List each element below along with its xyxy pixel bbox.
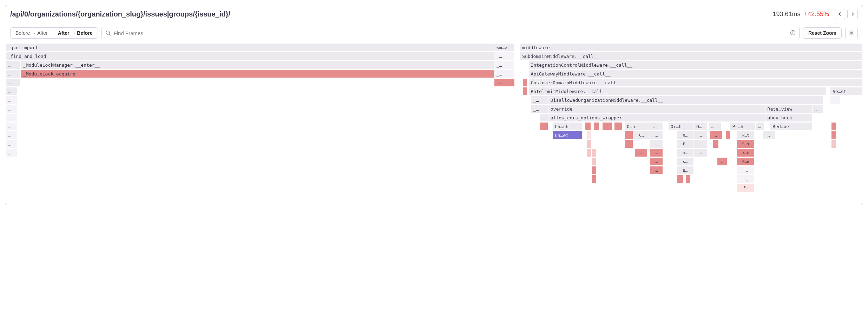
flame-frame[interactable] [677,175,684,183]
flame-frame[interactable] [685,175,690,183]
flame-frame[interactable]: … [5,78,21,87]
info-icon[interactable] [790,30,796,37]
settings-button[interactable] [845,27,858,39]
flame-frame[interactable]: Pr…h [730,122,755,131]
flame-frame[interactable] [602,122,612,131]
flame-frame[interactable]: … [756,122,764,131]
flame-frame[interactable]: S…s [737,140,755,148]
flame-frame[interactable] [713,140,719,148]
flame-frame[interactable]: allow_cors_options_wrapper [548,113,765,122]
flame-frame[interactable]: … [5,87,17,95]
flame-frame[interactable] [831,122,836,131]
flame-frame[interactable]: O… [633,131,650,139]
flame-frame[interactable]: _find_and_load [5,52,494,60]
flame-frame[interactable]: <…> [737,149,755,157]
flame-frame[interactable] [592,157,597,166]
flame-frame[interactable] [592,166,597,174]
flame-frame[interactable]: F… [737,166,755,174]
flame-frame[interactable]: O… [694,122,708,131]
flame-chart[interactable]: _gcd_import <m…> _find_and_load _… … _Mo… [5,43,863,205]
flame-frame[interactable]: … [539,113,548,122]
prev-button[interactable] [835,9,845,19]
flame-frame[interactable]: _… [531,96,548,104]
flame-frame[interactable]: _ModuleLockManager.__enter__ [21,61,494,69]
flame-frame[interactable] [831,140,836,148]
flame-frame[interactable]: … [650,166,663,174]
flame-frame[interactable]: Ch…et [552,131,582,139]
flame-frame[interactable] [522,78,527,87]
flame-frame[interactable]: … [717,157,727,166]
flame-frame[interactable]: middleware [520,43,863,52]
flame-frame[interactable]: _… [494,70,515,78]
flame-frame[interactable] [587,131,592,139]
flame-frame[interactable]: … [694,140,708,148]
flame-frame[interactable]: … [709,131,722,139]
flame-frame[interactable]: P…t [737,131,755,139]
reset-zoom-button[interactable]: Reset Zoom [803,27,842,39]
flame-frame[interactable]: P…e [737,157,755,166]
flame-frame[interactable]: B… [677,166,694,174]
flame-frame[interactable]: DisallowedOrganizationMiddleware.__call_… [548,96,823,104]
flame-frame[interactable] [593,122,599,131]
flame-frame[interactable]: … [812,105,823,113]
flame-frame[interactable] [592,149,597,157]
flame-frame[interactable]: … [5,122,17,131]
flame-frame[interactable]: … [762,131,775,139]
flame-frame[interactable] [539,122,548,131]
flame-frame[interactable]: … [5,61,21,69]
flame-frame[interactable]: abov…heck [765,113,812,122]
flame-frame[interactable]: _gcd_import [5,43,494,52]
flame-frame[interactable] [624,140,633,148]
next-button[interactable] [847,9,858,19]
flame-frame[interactable]: … [650,122,663,131]
flame-frame[interactable]: Rate…view [765,105,812,113]
flame-frame[interactable]: … [650,140,663,148]
flame-frame[interactable]: _ModuleLock.acquire [21,70,494,78]
flame-frame[interactable]: … [650,131,663,139]
flame-frame[interactable]: … [5,96,17,104]
flame-frame[interactable] [614,122,623,131]
flame-frame[interactable]: … [5,131,17,139]
flame-frame[interactable]: … [694,131,708,139]
flame-frame[interactable]: … [650,157,663,166]
flame-frame[interactable]: … [634,149,647,157]
flame-frame[interactable] [585,122,591,131]
flame-frame[interactable]: Ch…ch [552,122,582,131]
flame-frame[interactable]: O…h [624,122,650,131]
flame-frame[interactable]: IntegrationControlMiddleware.__call__ [528,61,863,69]
flame-frame[interactable]: <m…> [494,43,515,52]
flame-frame[interactable]: … [5,105,17,113]
flame-frame[interactable]: <… [677,149,694,157]
flame-frame[interactable]: … [650,149,663,157]
flame-frame[interactable] [587,149,592,157]
flame-frame[interactable]: _… [494,78,515,87]
flame-frame[interactable]: Se…st [830,87,863,95]
flame-frame[interactable]: _… [494,52,515,60]
flame-frame[interactable]: CustomerDomainMiddleware.__call__ [528,78,863,87]
flame-frame[interactable] [522,87,527,95]
flame-frame[interactable]: override [548,105,765,113]
flame-frame[interactable] [725,131,730,139]
flame-frame[interactable]: _… [494,61,515,69]
flame-frame[interactable]: SubdomainMiddleware.__call__ [520,52,863,60]
flame-frame[interactable] [592,175,597,183]
flame-frame[interactable] [831,131,836,139]
flame-frame[interactable]: … [5,140,17,148]
flame-frame[interactable]: E… [677,140,694,148]
search-input[interactable] [114,30,787,36]
toggle-after-before[interactable]: After → Before [53,28,98,38]
flame-frame[interactable]: Or…h [668,122,694,131]
flame-frame[interactable]: … [5,70,21,78]
flame-frame[interactable]: … [708,122,721,131]
flame-frame[interactable] [830,96,840,104]
flame-frame[interactable] [587,140,592,148]
flame-frame[interactable]: O… [677,131,694,139]
flame-frame[interactable]: F… [737,184,755,192]
flame-frame[interactable]: RatelimitMiddleware.__call__ [528,87,827,95]
flame-frame[interactable]: … [5,149,17,157]
toggle-before-after[interactable]: Before → After [11,28,53,38]
flame-frame[interactable]: _… [531,105,548,113]
flame-frame[interactable]: Red…ue [770,122,812,131]
flame-frame[interactable]: s… [677,157,694,166]
flame-frame[interactable]: F… [737,175,755,183]
